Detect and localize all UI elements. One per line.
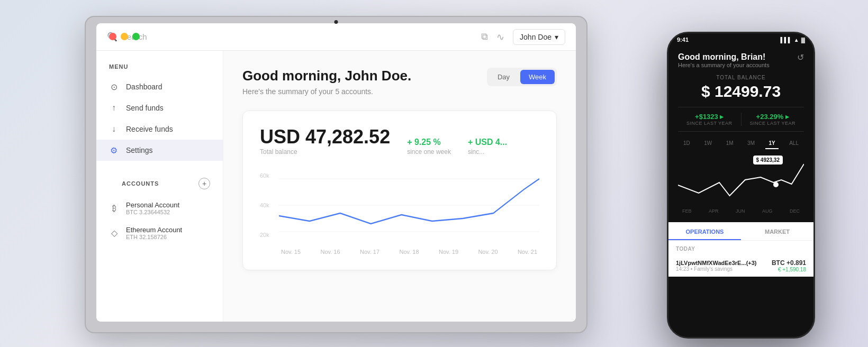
battery-icon: ▓ xyxy=(801,37,805,43)
user-badge[interactable]: John Doe ▾ xyxy=(513,29,565,45)
x-label-3: Nov. 17 xyxy=(360,249,379,255)
dashboard-icon: ⊙ xyxy=(109,82,119,92)
balance-sub: Total balance xyxy=(260,148,390,156)
phone-tx-left: 1jLVpwtNMfXWadEe3rE...(+3) 14:23 • Famil… xyxy=(676,260,757,272)
change-abs-block: + USD 4... sinc... xyxy=(468,138,507,156)
account-info-ethereum: Ethereum Account ETH 32.158726 xyxy=(126,226,182,240)
phone-greeting-block: Good morning, Brian! Here's a summary of… xyxy=(678,52,770,68)
account-name: Ethereum Account xyxy=(126,226,182,234)
clipboard-icon[interactable]: ⧉ xyxy=(481,31,488,42)
phone-today-label: TODAY xyxy=(668,241,813,255)
phone-period-row: 1D 1W 1M 3M 1Y ALL xyxy=(678,138,804,149)
phone-stat-lbl-pct: SINCE LAST YEAR xyxy=(742,121,804,126)
content-header: Good morning, John Doe. Here's the summa… xyxy=(242,68,557,96)
phone-tab-operations[interactable]: OPERATIONS xyxy=(668,222,741,240)
phone-x-labels: FEB APR JUN AUG DEC xyxy=(678,208,804,214)
phone-greeting-sub: Here's a summary of your accounts xyxy=(678,62,770,68)
phone-x-aug: AUG xyxy=(762,208,773,214)
phone-screen: 9:41 ▌▌▌ ▲ ▓ Good morning, Brian! Here's… xyxy=(668,33,813,337)
change-pct: + 9.25 % xyxy=(407,138,451,147)
accounts-header: ACCOUNTS + xyxy=(96,178,223,189)
phone: 9:41 ▌▌▌ ▲ ▓ Good morning, Brian! Here's… xyxy=(667,32,815,339)
balance-amount: USD 47,282.52 xyxy=(260,126,390,148)
sidebar: MENU ⊙ Dashboard ↑ Send funds ↓ xyxy=(96,51,223,322)
phone-period-1w[interactable]: 1W xyxy=(701,138,715,149)
search-area[interactable]: 🔍 Search xyxy=(107,32,481,42)
sidebar-item-label: Dashboard xyxy=(126,83,162,91)
account-name: Personal Account xyxy=(126,201,179,209)
chart-y-labels: 60k 40k 20k xyxy=(260,168,269,242)
laptop: 🔍 Search ⧉ ∿ John Doe ▾ xyxy=(85,16,587,339)
period-toggle: Day Week xyxy=(487,68,557,86)
sidebar-item-receive-funds[interactable]: ↓ Receive funds xyxy=(96,118,223,140)
sidebar-nav: MENU ⊙ Dashboard ↑ Send funds ↓ xyxy=(96,63,223,161)
chart-x-labels: Nov. 15 Nov. 16 Nov. 17 Nov. 18 Nov. 19 … xyxy=(279,249,539,255)
phone-tx-amount: BTC +0.891 xyxy=(772,259,806,267)
phone-x-feb: FEB xyxy=(682,208,692,214)
greeting-block: Good morning, John Doe. Here's the summa… xyxy=(242,68,411,96)
phone-period-1y[interactable]: 1Y xyxy=(765,138,778,149)
sidebar-item-send-funds[interactable]: ↑ Send funds xyxy=(96,97,223,118)
phone-chart-dot xyxy=(773,182,779,187)
traffic-light-red[interactable] xyxy=(109,33,116,40)
phone-stat-val-usd: +$1323 ▸ xyxy=(678,113,741,121)
phone-header-row: Good morning, Brian! Here's a summary of… xyxy=(678,52,804,68)
phone-status-bar: 9:41 ▌▌▌ ▲ ▓ xyxy=(677,36,805,43)
sidebar-item-dashboard[interactable]: ⊙ Dashboard xyxy=(96,76,223,97)
accounts-label: ACCOUNTS xyxy=(109,180,171,187)
main-layout: MENU ⊙ Dashboard ↑ Send funds ↓ xyxy=(96,51,576,322)
phone-period-1m[interactable]: 1M xyxy=(723,138,737,149)
account-sub: ETH 32.158726 xyxy=(126,234,182,240)
settings-icon: ⚙ xyxy=(109,145,119,155)
phone-chart-area: $ 4923,32 xyxy=(678,153,804,206)
phone-tx-row[interactable]: 1jLVpwtNMfXWadEe3rE...(+3) 14:23 • Famil… xyxy=(668,255,813,277)
phone-tab-market[interactable]: MARKET xyxy=(741,222,813,240)
phone-period-3m[interactable]: 3M xyxy=(744,138,758,149)
phone-tabs-row: OPERATIONS MARKET xyxy=(668,222,813,241)
receive-icon: ↓ xyxy=(109,124,119,134)
topbar: 🔍 Search ⧉ ∿ John Doe ▾ xyxy=(96,23,576,51)
phone-balance: $ 12499.73 xyxy=(678,83,804,101)
period-day-button[interactable]: Day xyxy=(489,70,518,84)
x-label-2: Nov. 16 xyxy=(320,249,340,255)
account-ethereum[interactable]: ◇ Ethereum Account ETH 32.158726 xyxy=(96,221,223,245)
refresh-icon[interactable]: ↺ xyxy=(797,52,804,62)
phone-tx-eur: € +1,590.18 xyxy=(772,267,806,272)
add-account-button[interactable]: + xyxy=(198,178,210,189)
phone-dark-section: Good morning, Brian! Here's a summary of… xyxy=(668,33,813,222)
phone-period-1d[interactable]: 1D xyxy=(680,138,693,149)
account-personal[interactable]: ₿ Personal Account BTC 3.23644532 xyxy=(96,196,223,221)
traffic-light-green[interactable] xyxy=(132,33,140,40)
phone-stat-val-pct: +23.29% ▸ xyxy=(742,113,804,121)
eth-icon: ◇ xyxy=(109,228,120,239)
sidebar-item-label: Send funds xyxy=(126,104,164,112)
phone-x-jun: JUN xyxy=(736,208,745,214)
phone-status-icons: ▌▌▌ ▲ ▓ xyxy=(781,37,805,43)
chart-wrapper: 60k 40k 20k xyxy=(260,168,539,255)
sidebar-item-label: Receive funds xyxy=(126,125,173,133)
greeting-title: Good morning, John Doe. xyxy=(242,68,411,84)
traffic-light-yellow[interactable] xyxy=(121,33,128,40)
phone-stat-lbl-usd: SINCE LAST YEAR xyxy=(678,121,741,126)
phone-frame: 9:41 ▌▌▌ ▲ ▓ Good morning, Brian! Here's… xyxy=(667,32,815,339)
menu-label: MENU xyxy=(96,63,223,70)
activity-icon[interactable]: ∿ xyxy=(496,31,504,43)
content-area: Good morning, John Doe. Here's the summa… xyxy=(223,51,576,322)
phone-white-section: OPERATIONS MARKET TODAY 1jLVpwtNMfXWadEe… xyxy=(668,222,813,277)
phone-tooltip: $ 4923,32 xyxy=(753,156,783,165)
phone-period-all[interactable]: ALL xyxy=(786,138,802,149)
phone-tx-right: BTC +0.891 € +1,590.18 xyxy=(772,259,806,272)
change-pct-block: + 9.25 % since one week xyxy=(407,138,451,156)
phone-tx-id: 1jLVpwtNMfXWadEe3rE...(+3) xyxy=(676,260,757,266)
laptop-camera xyxy=(334,20,338,24)
y-label-60k: 60k xyxy=(260,172,269,179)
laptop-frame: 🔍 Search ⧉ ∿ John Doe ▾ xyxy=(85,16,587,333)
signal-icon: ▌▌▌ xyxy=(781,37,792,43)
x-label-5: Nov. 19 xyxy=(439,249,458,255)
period-week-button[interactable]: Week xyxy=(520,70,555,84)
phone-stat-pct: +23.29% ▸ SINCE LAST YEAR xyxy=(741,113,804,126)
traffic-lights xyxy=(109,33,140,40)
sidebar-item-settings[interactable]: ⚙ Settings xyxy=(96,140,223,161)
y-label-40k: 40k xyxy=(260,202,269,208)
account-sub: BTC 3.23644532 xyxy=(126,209,179,215)
